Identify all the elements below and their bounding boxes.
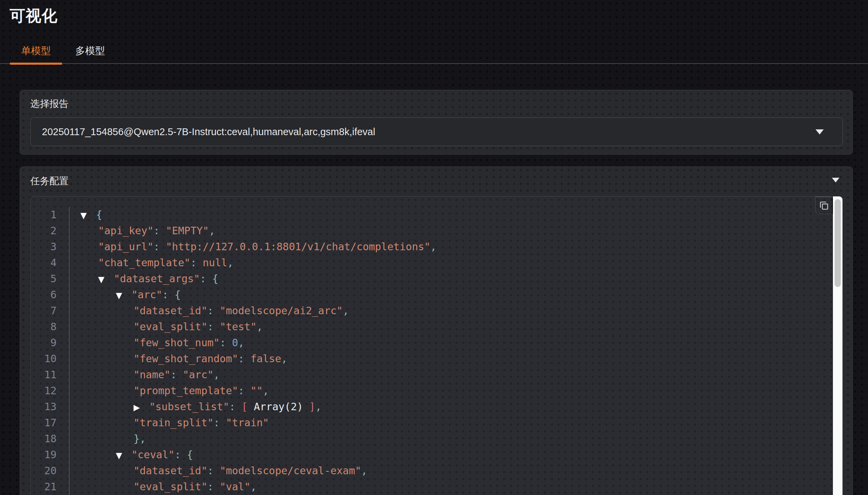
json-token-key: "api_url"	[98, 241, 154, 253]
collapse-node-icon[interactable]: ▼	[80, 208, 96, 224]
json-token-num: 0	[232, 337, 238, 349]
json-token-punct: ,	[343, 305, 349, 317]
json-line-content: "dataset_id": "modelscope/ai2_arc",	[69, 303, 842, 319]
json-token-punct: ,	[140, 433, 146, 445]
json-line-content: "prompt_template": "",	[69, 383, 842, 399]
json-token-punct: :	[207, 465, 220, 477]
json-token-punct: :	[238, 353, 250, 365]
json-line-content: "eval_split": "test",	[69, 319, 842, 335]
json-token-kw: null	[203, 257, 227, 269]
task-config-panel: 任务配置 1▼{2"api_key": "EMPTY",3"api_url": …	[20, 166, 853, 495]
task-config-label: 任务配置	[30, 176, 842, 187]
json-token-key: "dataset_args"	[114, 273, 200, 285]
line-number: 17	[31, 415, 69, 431]
json-token-str: "modelscope/ceval-exam"	[220, 465, 361, 477]
json-viewer: 1▼{2"api_key": "EMPTY",3"api_url": "http…	[30, 196, 843, 495]
json-token-str: "val"	[220, 481, 250, 493]
json-line-content: "few_shot_random": false,	[69, 351, 842, 367]
scrollbar-thumb[interactable]	[835, 199, 841, 287]
json-token-str: "modelscope/ai2_arc"	[220, 305, 343, 317]
json-line: 3"api_url": "http://127.0.0.1:8801/v1/ch…	[31, 239, 842, 255]
json-line: 13▶"subset_list": [ Array(2) ],	[31, 399, 842, 415]
json-line-content: ▼"ceval": {	[69, 447, 842, 463]
expand-node-icon[interactable]: ▶	[134, 400, 149, 416]
json-line-content: "dataset_id": "modelscope/ceval-exam",	[69, 463, 842, 479]
json-line: 12"prompt_template": "",	[31, 383, 842, 399]
json-token-punct: :	[207, 305, 220, 317]
json-token-brace: {	[187, 449, 193, 461]
json-line-content: ▼{	[69, 207, 842, 223]
json-token-kw: false	[250, 353, 281, 365]
json-line: 1▼{	[31, 207, 842, 223]
json-line-content: "api_url": "http://127.0.0.1:8801/v1/cha…	[69, 239, 842, 255]
json-token-brace: }	[134, 433, 140, 445]
json-line-content: "name": "arc",	[69, 367, 842, 383]
json-line-content: "train_split": "train"	[69, 415, 842, 431]
page-title: 可视化	[0, 0, 868, 27]
json-line: 2"api_key": "EMPTY",	[31, 223, 842, 239]
collapse-node-icon[interactable]: ▼	[98, 272, 114, 288]
json-token-key: "chat_template"	[98, 257, 190, 269]
json-token-punct: ,	[361, 465, 367, 477]
json-token-brace: {	[212, 273, 218, 285]
collapse-node-icon[interactable]: ▼	[116, 288, 131, 304]
json-token-str: "train"	[226, 417, 269, 429]
json-token-punct: ,	[214, 369, 220, 381]
json-token-punct: ,	[281, 353, 287, 365]
json-line-content: ▶"subset_list": [ Array(2) ],	[69, 399, 842, 415]
json-lines: 1▼{2"api_key": "EMPTY",3"api_url": "http…	[31, 196, 842, 495]
json-token-key: "arc"	[131, 289, 162, 301]
json-line: 5▼"dataset_args": {	[31, 271, 842, 287]
json-token-brace: {	[96, 209, 102, 221]
json-token-punct: ,	[238, 337, 244, 349]
json-token-punct: :	[200, 273, 212, 285]
line-number: 12	[31, 383, 69, 399]
json-line: 11"name": "arc",	[31, 367, 842, 383]
json-token-punct: :	[154, 241, 166, 253]
tab-bar: 单模型 多模型	[0, 40, 868, 64]
line-number: 7	[31, 303, 69, 319]
line-number: 9	[31, 335, 69, 351]
json-token-key: "prompt_template"	[134, 385, 238, 397]
copy-button[interactable]	[815, 196, 833, 214]
json-token-str: "test"	[220, 321, 257, 333]
scrollbar-track[interactable]	[833, 196, 842, 495]
json-token-punct: :	[174, 449, 187, 461]
json-token-brace: {	[174, 289, 181, 301]
tab-single-model[interactable]: 单模型	[10, 40, 62, 63]
json-token-str: ""	[250, 385, 263, 397]
json-line-content: "eval_split": "val",	[69, 479, 842, 495]
accordion-collapse-icon[interactable]	[832, 178, 839, 182]
json-token-punct: :	[154, 225, 166, 237]
tab-multi-model[interactable]: 多模型	[64, 40, 116, 63]
json-token-key: "dataset_id"	[134, 305, 207, 317]
report-dropdown[interactable]: 20250117_154856@Qwen2.5-7B-Instruct:ceva…	[30, 117, 843, 146]
line-number: 1	[31, 207, 69, 223]
json-line: 10"few_shot_random": false,	[31, 351, 842, 367]
json-token-str: "http://127.0.0.1:8801/v1/chat/completio…	[166, 241, 431, 253]
json-line-content: "chat_template": null,	[69, 255, 842, 271]
json-token-str: "arc"	[183, 369, 214, 381]
json-line: 9"few_shot_num": 0,	[31, 335, 842, 351]
json-token-punct: ,	[257, 321, 263, 333]
json-line-content: },	[69, 431, 842, 447]
line-number: 4	[31, 255, 69, 271]
json-token-punct: :	[162, 289, 174, 301]
json-line: 17"train_split": "train"	[31, 415, 842, 431]
json-token-punct: :	[170, 369, 183, 381]
json-token-bracket: ]	[303, 401, 315, 413]
json-token-key: "train_split"	[134, 417, 214, 429]
json-token-key: "eval_split"	[134, 321, 207, 333]
json-line-content: "api_key": "EMPTY",	[69, 223, 842, 239]
json-line: 6▼"arc": {	[31, 287, 842, 303]
json-line: 7"dataset_id": "modelscope/ai2_arc",	[31, 303, 842, 319]
app: 可视化 单模型 多模型 选择报告 20250117_154856@Qwen2.5…	[0, 0, 868, 495]
json-token-punct: :	[220, 337, 232, 349]
json-token-punct: ,	[209, 225, 215, 237]
json-token-punct: :	[238, 385, 250, 397]
collapse-node-icon[interactable]: ▼	[116, 448, 131, 464]
json-token-str: "EMPTY"	[166, 225, 209, 237]
json-line: 4"chat_template": null,	[31, 255, 842, 271]
line-number: 20	[31, 463, 69, 479]
json-token-key: "api_key"	[98, 225, 154, 237]
